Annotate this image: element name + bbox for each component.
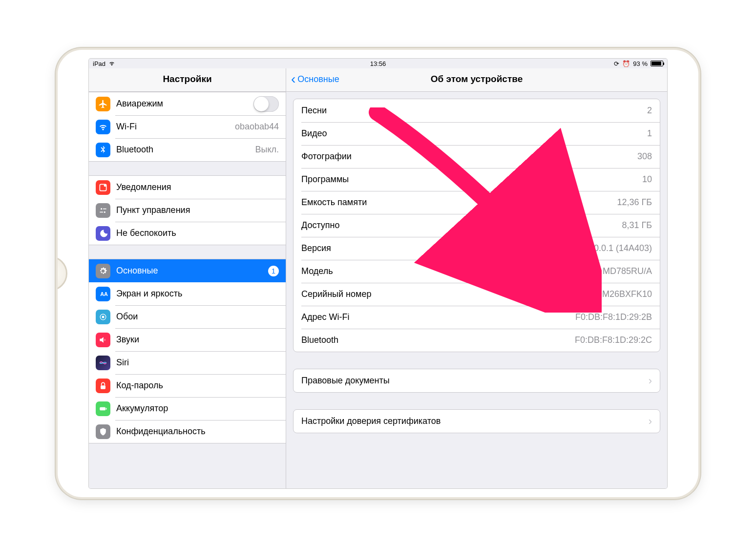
row-cert[interactable]: Настройки доверия сертификатов› xyxy=(294,410,660,433)
status-battery-pct: 93 % xyxy=(633,60,648,67)
privacy-label: Конфиденциальность xyxy=(116,426,279,437)
rotation-lock-icon: ⟳ xyxy=(614,60,619,67)
sidebar-item-privacy[interactable]: Конфиденциальность xyxy=(89,420,286,443)
notifications-label: Уведомления xyxy=(116,182,279,192)
legal-group: Правовые документы› xyxy=(293,369,660,393)
siri-icon xyxy=(96,356,110,370)
svg-text:AA: AA xyxy=(100,291,108,297)
privacy-icon xyxy=(96,424,110,439)
display-label: Экран и яркость xyxy=(116,289,279,299)
status-device: iPad xyxy=(93,60,105,67)
status-time: 13:56 xyxy=(370,60,386,67)
svg-rect-9 xyxy=(101,385,105,389)
bluetooth-label: Bluetooth xyxy=(116,145,255,155)
row-wifi-addr[interactable]: Адрес Wi-FiF0:DB:F8:1D:29:2B xyxy=(294,306,660,329)
sidebar-item-passcode[interactable]: Код-пароль xyxy=(89,374,286,397)
controlcenter-icon xyxy=(96,203,110,218)
airplane-icon xyxy=(96,97,110,111)
sounds-label: Звуки xyxy=(116,335,279,345)
gear-icon xyxy=(96,264,110,278)
status-bar: iPad 13:56 ⟳ ⏰ 93 % xyxy=(89,59,667,68)
controlcenter-label: Пункт управления xyxy=(116,205,279,215)
sidebar-item-wifi[interactable]: Wi-Fi obaobab44 xyxy=(89,115,286,138)
detail-title: Об этом устройстве xyxy=(431,74,523,84)
row-available[interactable]: Доступно8,31 ГБ xyxy=(294,214,660,237)
wifi-label: Wi-Fi xyxy=(116,122,235,132)
svg-point-8 xyxy=(102,316,105,318)
svg-rect-11 xyxy=(106,408,107,409)
svg-rect-3 xyxy=(103,208,106,209)
display-icon: AA xyxy=(96,287,110,301)
detail-nav: ‹ Основные Об этом устройстве xyxy=(286,68,667,92)
chevron-left-icon: ‹ xyxy=(291,75,295,84)
row-apps[interactable]: Программы10 xyxy=(294,168,660,191)
row-songs[interactable]: Песни2 xyxy=(294,99,660,122)
general-label: Основные xyxy=(116,266,268,276)
sidebar-item-bluetooth[interactable]: Bluetooth Выкл. xyxy=(89,138,286,161)
lock-icon xyxy=(96,379,110,393)
siri-label: Siri xyxy=(116,358,279,368)
bluetooth-icon xyxy=(96,143,110,157)
svg-rect-5 xyxy=(100,211,103,212)
row-capacity[interactable]: Емкость памяти12,36 ГБ xyxy=(294,191,660,214)
dnd-icon xyxy=(96,226,110,241)
sidebar-item-siri[interactable]: Siri xyxy=(89,351,286,374)
row-videos[interactable]: Видео1 xyxy=(294,122,660,145)
sidebar-item-battery[interactable]: Аккумулятор xyxy=(89,397,286,420)
detail-pane: ‹ Основные Об этом устройстве Песни2 Вид… xyxy=(286,68,667,488)
notifications-icon xyxy=(96,180,110,195)
sidebar-item-display[interactable]: AA Экран и яркость xyxy=(89,282,286,305)
row-model[interactable]: МодельMD785RU/A xyxy=(294,260,660,283)
sounds-icon xyxy=(96,333,110,347)
row-version[interactable]: Версия10.0.1 (14A403) xyxy=(294,237,660,260)
back-label: Основные xyxy=(297,74,339,84)
ipad-frame: iPad 13:56 ⟳ ⏰ 93 % Настройки Авиарежим xyxy=(58,50,698,497)
wifi-icon xyxy=(108,61,115,66)
dnd-label: Не беспокоить xyxy=(116,228,279,238)
svg-point-4 xyxy=(104,211,105,212)
row-serial[interactable]: Серийный номерDMQM26BXFK10 xyxy=(294,283,660,306)
back-button[interactable]: ‹ Основные xyxy=(291,74,339,84)
battery-settings-icon xyxy=(96,401,110,416)
general-badge: 1 xyxy=(268,266,279,276)
settings-sidebar: Настройки Авиарежим Wi-Fi obaobab44 xyxy=(89,68,286,488)
sidebar-item-airplane[interactable]: Авиарежим xyxy=(89,92,286,115)
wallpaper-icon xyxy=(96,310,110,324)
row-legal[interactable]: Правовые документы› xyxy=(294,369,660,392)
sidebar-title: Настройки xyxy=(89,68,286,92)
cert-group: Настройки доверия сертификатов› xyxy=(293,409,660,433)
row-bt-addr[interactable]: BluetoothF0:DB:F8:1D:29:2C xyxy=(294,329,660,352)
row-photos[interactable]: Фотографии308 xyxy=(294,145,660,168)
sidebar-item-dnd[interactable]: Не беспокоить xyxy=(89,222,286,245)
wifi-settings-icon xyxy=(96,120,110,134)
screen: iPad 13:56 ⟳ ⏰ 93 % Настройки Авиарежим xyxy=(89,59,667,488)
chevron-right-icon: › xyxy=(649,415,652,428)
about-info-group: Песни2 Видео1 Фотографии308 Программы10 … xyxy=(293,99,660,352)
wallpaper-label: Обои xyxy=(116,312,279,322)
sidebar-item-general[interactable]: Основные 1 xyxy=(89,259,286,282)
chevron-right-icon: › xyxy=(649,375,652,387)
sidebar-item-sounds[interactable]: Звуки xyxy=(89,328,286,351)
battery-icon xyxy=(651,61,663,66)
battery-label: Аккумулятор xyxy=(116,403,279,414)
sidebar-item-wallpaper[interactable]: Обои xyxy=(89,305,286,328)
airplane-toggle[interactable] xyxy=(253,96,279,112)
svg-rect-10 xyxy=(100,407,105,410)
home-button[interactable] xyxy=(58,256,67,291)
bluetooth-value: Выкл. xyxy=(255,145,279,155)
airplane-label: Авиарежим xyxy=(116,99,253,109)
passcode-label: Код-пароль xyxy=(116,380,279,391)
sidebar-item-notifications[interactable]: Уведомления xyxy=(89,176,286,199)
svg-point-1 xyxy=(104,184,106,187)
sidebar-item-controlcenter[interactable]: Пункт управления xyxy=(89,199,286,222)
alarm-icon: ⏰ xyxy=(622,60,630,67)
svg-point-2 xyxy=(101,208,102,210)
wifi-value: obaobab44 xyxy=(235,122,279,132)
